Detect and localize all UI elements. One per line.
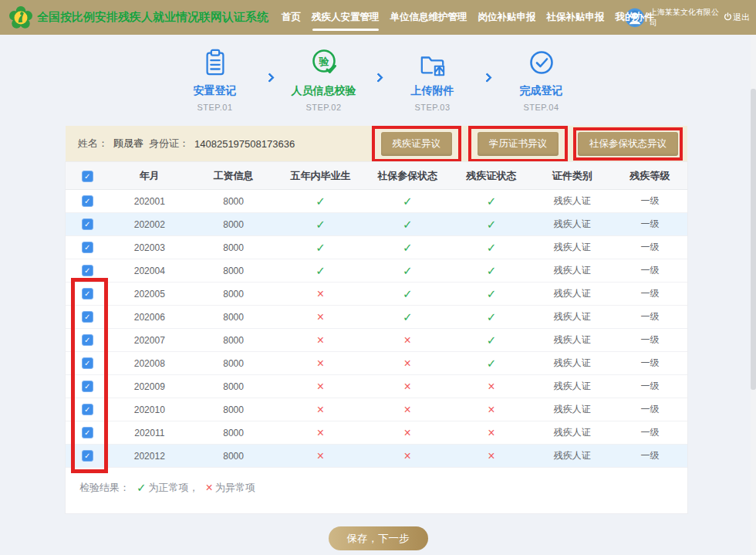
row-checkbox[interactable]: ✓: [82, 450, 93, 462]
step-label: 上传附件: [411, 84, 454, 98]
company-name[interactable]: 上海某某文化有限公司: [650, 7, 719, 28]
scrollbar-thumb[interactable]: [751, 89, 756, 390]
step-number: STEP.02: [305, 103, 341, 112]
cross-icon: ×: [488, 449, 494, 462]
step-number: STEP.03: [414, 103, 450, 112]
cross-icon: ×: [317, 287, 324, 300]
row-checkbox[interactable]: ✓: [82, 357, 93, 369]
step-label: 完成登记: [520, 84, 563, 98]
cell-social-security: ×: [364, 357, 451, 371]
header-cert-type: 证件类别: [532, 169, 613, 183]
cell-social-security: ✓: [364, 264, 451, 278]
table-row: ✓2020108000×××残疾人证一级: [66, 398, 687, 421]
cell-graduate: ×: [277, 310, 364, 324]
cross-icon: ×: [317, 426, 324, 439]
cell-social-security: ×: [364, 449, 451, 463]
cell-salary: 8000: [190, 289, 277, 299]
row-checkbox[interactable]: ✓: [82, 311, 93, 323]
check-icon: ✓: [487, 264, 497, 277]
cell-social-security: ×: [364, 403, 451, 417]
cell-cert-type: 残疾人证: [532, 264, 613, 277]
cell-social-security: ✓: [364, 287, 451, 301]
row-checkbox[interactable]: ✓: [82, 265, 93, 276]
cross-icon: ×: [488, 403, 494, 416]
row-checkbox[interactable]: ✓: [82, 334, 93, 346]
cell-month: 202006: [109, 312, 190, 323]
row-checkbox[interactable]: ✓: [82, 427, 93, 438]
table-header-row: ✓ 年月 工资信息 五年内毕业生 社保参保状态 残疾证状态 证件类别 残疾等级: [66, 162, 687, 190]
cell-salary: 8000: [190, 219, 277, 230]
check-icon: ✓: [403, 287, 413, 300]
step-item-4: 完成登记 STEP.04: [491, 45, 592, 112]
check-icon: ✓: [316, 218, 326, 231]
check-icon: ✓: [316, 195, 326, 208]
cell-graduate: ×: [277, 403, 364, 417]
check-icon: ✓: [403, 264, 413, 277]
disability-cert-objection-button[interactable]: 残疾证异议: [381, 132, 453, 156]
logout-button[interactable]: 退出: [724, 12, 750, 22]
check-icon: ✓: [487, 218, 497, 231]
cell-cert-status: ✓: [451, 195, 532, 208]
table-row: ✓2020078000××✓残疾人证一级: [66, 329, 687, 352]
cell-social-security: ✓: [364, 195, 451, 208]
cell-salary: 8000: [190, 358, 277, 369]
check-icon: ✓: [487, 195, 497, 208]
check-icon: ✓: [316, 264, 326, 277]
nav-item[interactable]: 单位信息维护管理: [390, 0, 467, 35]
check-icon: ✓: [403, 218, 413, 231]
cell-salary: 8000: [190, 381, 277, 392]
cell-cert-status: ✓: [451, 310, 532, 324]
cell-cert-type: 残疾人证: [532, 218, 613, 231]
cross-icon: ×: [317, 380, 324, 393]
check-icon: ✓: [487, 357, 497, 370]
legend: 检验结果： ✓ 为正常项， × 为异常项: [66, 468, 687, 495]
annotation-box-disability-cert: 残疾证异议: [372, 126, 462, 162]
cell-cert-status: ×: [451, 403, 532, 417]
education-cert-objection-button[interactable]: 学历证书异议: [478, 132, 559, 156]
scrollbar-track[interactable]: [751, 35, 756, 555]
cross-icon: ×: [488, 380, 494, 393]
nav-item[interactable]: 首页: [282, 0, 301, 35]
row-checkbox[interactable]: ✓: [82, 195, 93, 207]
nav-item[interactable]: 岗位补贴申报: [478, 0, 536, 35]
table-row: ✓2020128000×××残疾人证一级: [66, 445, 687, 468]
cell-graduate: ×: [277, 287, 364, 301]
select-all-checkbox[interactable]: ✓: [82, 171, 93, 182]
page-background: 全国按比例安排残疾人就业情况联网认证系统 首页残疾人安置管理单位信息维护管理岗位…: [0, 0, 756, 555]
step-indicator: 安置登记 STEP.01 验 人员信息校验 STEP.02: [0, 45, 756, 112]
cell-salary: 8000: [190, 428, 277, 438]
cell-cert-type: 残疾人证: [532, 287, 613, 300]
cell-social-security: ✓: [364, 218, 451, 232]
cell-salary: 8000: [190, 242, 277, 253]
header-disability-level: 残疾等级: [613, 169, 687, 183]
check-icon: ✓: [487, 333, 497, 347]
cell-social-security: ✓: [364, 241, 451, 255]
row-checkbox[interactable]: ✓: [82, 242, 93, 253]
power-icon: [724, 12, 732, 21]
row-checkbox[interactable]: ✓: [82, 404, 93, 415]
row-checkbox[interactable]: ✓: [82, 288, 93, 299]
annotation-box-education-cert: 学历证书异议: [468, 126, 568, 162]
cell-cert-status: ✓: [451, 287, 532, 301]
save-next-button[interactable]: 保存，下一步: [329, 526, 428, 550]
row-checkbox[interactable]: ✓: [82, 381, 93, 392]
step-item-1: 安置登记 STEP.01: [164, 45, 266, 112]
nav-item[interactable]: 我的办件: [616, 0, 654, 35]
top-header-bar: 全国按比例安排残疾人就业情况联网认证系统 首页残疾人安置管理单位信息维护管理岗位…: [0, 0, 756, 35]
cell-cert-type: 残疾人证: [532, 426, 613, 439]
cell-cert-status: ✓: [451, 264, 532, 278]
nav-item-active[interactable]: 残疾人安置管理: [312, 0, 380, 35]
nav-item[interactable]: 社保补贴申报: [547, 0, 605, 35]
cell-month: 202005: [109, 289, 190, 299]
annotation-box-social-security: 社保参保状态异议: [573, 127, 683, 161]
row-checkbox[interactable]: ✓: [82, 218, 93, 230]
cell-salary: 8000: [190, 404, 277, 415]
cross-icon: ×: [317, 357, 324, 370]
header-graduate: 五年内毕业生: [277, 169, 364, 183]
table-row: ✓2020048000✓✓✓残疾人证一级: [66, 259, 687, 283]
check-icon: ✓: [403, 310, 413, 323]
cell-month: 202008: [109, 358, 190, 369]
id-value: 140825197508173636: [194, 138, 295, 150]
social-security-objection-button[interactable]: 社保参保状态异议: [578, 132, 678, 156]
table-row: ✓2020118000×××残疾人证一级: [66, 421, 687, 445]
